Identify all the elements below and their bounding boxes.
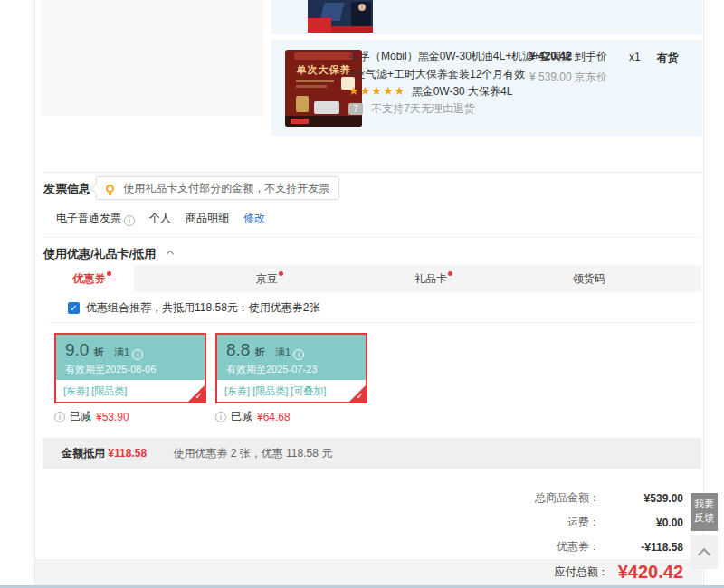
summary-row: 总商品金额： ¥539.00	[394, 486, 683, 510]
invoice-tooltip: 使用礼品卡支付部分的金额，不支持开发票	[96, 176, 339, 200]
banner-strip	[331, 26, 373, 33]
coupon-card[interactable]: 8.8 折 满1i 有效期至2025-07-23 [东券] [限品类] [可叠加…	[215, 333, 367, 403]
badge-dot-icon	[448, 271, 452, 276]
coupon-discount: 9.0	[65, 340, 89, 359]
order-item-row: 单次大保养 美孚（Mobil）黑金0W-30机油4L+机滤+空调滤+空气滤+工时…	[272, 40, 702, 136]
back-to-top-button[interactable]	[691, 535, 718, 569]
coupon-tags: [东券] [限品类] [可叠加]	[217, 380, 366, 402]
total-label: 应付总额：	[555, 564, 609, 580]
coupon-condition: 满1	[275, 346, 291, 357]
summary-value: -¥118.58	[600, 541, 683, 554]
return-policy-row: 7 不支持7天无理由退货	[348, 101, 475, 117]
feedback-button[interactable]: 我要反馈	[691, 493, 718, 531]
invoice-section-title: 发票信息	[43, 181, 90, 197]
combo-checkbox-label: 优惠组合推荐，共抵用118.58元：使用优惠券2张	[86, 300, 320, 316]
coupon-validity: 有效期至2025-07-23	[226, 363, 366, 376]
summary-row: 运费： ¥0.00	[394, 510, 683, 535]
item-quantity: x1	[629, 51, 641, 63]
invoice-detail: 商品明细	[186, 211, 229, 226]
info-icon[interactable]: i	[293, 349, 304, 360]
tab-jingdou[interactable]: 京豆	[256, 265, 283, 292]
product-image-oil-jug	[296, 96, 309, 112]
chevron-up-icon	[166, 251, 173, 258]
combo-checkbox[interactable]: ✓	[68, 302, 80, 314]
discount-section-title: 使用优惠/礼品卡/抵用	[43, 247, 156, 261]
coupon-reduced-row: i 已减 ¥64.68	[215, 409, 291, 424]
reduced-amount: ¥64.68	[257, 411, 291, 423]
checkout-page: 单次大保养 美孚（Mobil）黑金0W-30机油4L+机滤+空调滤+空气滤+工时…	[0, 0, 724, 588]
rating-text: 黑金0W-30 大保养4L	[412, 85, 513, 98]
info-icon[interactable]: i	[215, 412, 226, 422]
tab-coupon[interactable]: 优惠券	[50, 265, 134, 292]
product-image-canister	[314, 101, 339, 114]
promo-banner-image[interactable]	[308, 0, 373, 33]
rating-row: ★★★★★ 黑金0W-30 大保养4L	[348, 84, 512, 100]
coupon-reduced-row: i 已减 ¥53.90	[54, 409, 129, 424]
chevron-up-icon	[698, 547, 710, 560]
summary-label: 总商品金额：	[535, 490, 600, 506]
amount-desc: 使用优惠券 2 张，优惠 118.58 元	[173, 447, 332, 460]
badge-dot-icon	[107, 271, 111, 276]
star-icons: ★★★★★	[348, 84, 405, 98]
product-image-subline2	[296, 85, 327, 88]
section-divider	[43, 172, 701, 173]
lightbulb-icon	[106, 185, 114, 193]
coupon-unit: 折	[94, 346, 104, 357]
price-block: ¥ 420.42 到手价 ¥ 539.00 京东价	[529, 49, 627, 85]
price-current-label: 到手价	[575, 50, 607, 62]
product-image-banner	[294, 52, 353, 60]
total-value: ¥420.42	[618, 562, 683, 583]
coupon-validity: 有效期至2025-08-06	[65, 363, 205, 376]
coupon-card[interactable]: 9.0 折 满1i 有效期至2025-08-06 [东券] [限品类] ✓	[54, 333, 206, 403]
summary-value: ¥539.00	[600, 492, 683, 505]
info-icon[interactable]: i	[54, 412, 65, 422]
reduced-label: 已减	[70, 409, 91, 424]
combo-recommend-row: ✓ 优惠组合推荐，共抵用118.58元：使用优惠券2张	[68, 300, 320, 316]
selected-checkmark-icon: ✓	[357, 391, 364, 401]
summary-label: 运费：	[567, 515, 600, 530]
row-divider	[50, 322, 701, 323]
coupon-tab-bar: 优惠券 京豆 礼品卡 领货码	[50, 265, 701, 292]
invoice-payer: 个人	[149, 211, 171, 226]
discount-section-header[interactable]: 使用优惠/礼品卡/抵用	[43, 246, 173, 262]
coupon-discount: 8.8	[226, 340, 250, 359]
coupon-tags: [东券] [限品类]	[56, 380, 205, 402]
banner-person-head	[358, 4, 366, 11]
page-left-border	[34, 0, 35, 588]
price-original: ¥ 539.00	[529, 71, 572, 83]
coupon-face: 8.8 折 满1i 有效期至2025-07-23	[217, 335, 366, 380]
invoice-tooltip-text: 使用礼品卡支付部分的金额，不支持开发票	[123, 182, 329, 194]
stock-status: 有货	[657, 51, 679, 66]
amount-value: ¥118.58	[108, 447, 147, 460]
summary-row: 优惠券： -¥118.58	[394, 535, 683, 559]
invoice-modify-link[interactable]: 修改	[243, 211, 265, 226]
summary-label: 优惠券：	[557, 539, 600, 555]
badge-dot-icon	[279, 271, 283, 276]
tab-pickup-code[interactable]: 领货码	[573, 265, 605, 292]
info-icon[interactable]: i	[132, 349, 143, 360]
invoice-options-row: 电子普通发票i 个人 商品明细 修改	[56, 211, 265, 226]
coupon-unit: 折	[255, 346, 265, 357]
section-divider	[43, 237, 701, 238]
product-image-button	[291, 119, 309, 124]
info-icon[interactable]: i	[124, 215, 135, 226]
selected-checkmark-icon: ✓	[195, 391, 203, 401]
address-panel	[41, 0, 263, 116]
tab-gift-card[interactable]: 礼品卡	[414, 265, 452, 292]
product-image-subline	[296, 80, 334, 82]
banner-ribbon	[308, 18, 331, 33]
total-payable-bar: 应付总额： ¥420.42	[35, 559, 702, 585]
reduced-amount: ¥53.90	[96, 411, 129, 423]
seven-day-badge-icon: 7	[348, 103, 363, 115]
reduced-label: 已减	[231, 409, 252, 424]
return-policy-text: 不支持7天无理由退货	[371, 102, 475, 115]
price-current: ¥ 420.42	[529, 50, 572, 62]
summary-value: ¥0.00	[600, 517, 683, 529]
amount-deduction-bar: 金额抵用 ¥118.58 使用优惠券 2 张，优惠 118.58 元	[43, 438, 701, 469]
order-item-row-cropped	[272, 0, 702, 34]
coupon-face: 9.0 折 满1i 有效期至2025-08-06	[56, 335, 205, 380]
invoice-type: 电子普通发票i	[56, 211, 135, 226]
amount-label: 金额抵用	[62, 447, 105, 460]
order-summary: 总商品金额： ¥539.00 运费： ¥0.00 优惠券： -¥118.58	[394, 486, 683, 559]
coupon-condition: 满1	[114, 346, 129, 357]
